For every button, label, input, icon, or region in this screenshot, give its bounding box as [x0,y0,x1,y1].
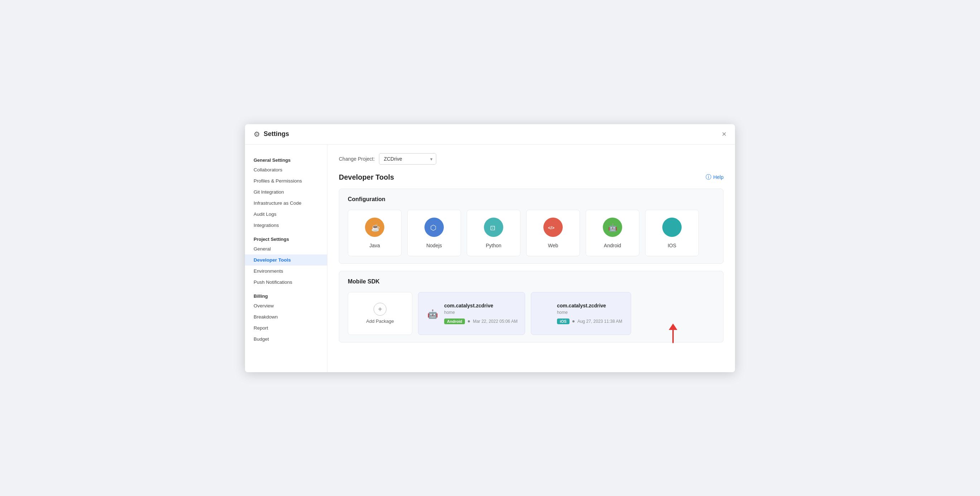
sidebar-item-overview[interactable]: Overview [245,300,327,311]
python-icon: ⊡ [484,217,503,237]
config-item-web[interactable]: </> Web [526,210,580,256]
top-bar: Change Project: ZCDrive Project A Projec… [339,153,724,165]
sidebar-item-report[interactable]: Report [245,322,327,334]
svg-text:☕: ☕ [371,223,380,232]
configuration-card: Configuration ☕ Java ⬡ Nodejs [339,189,724,264]
ios-dot [573,320,574,322]
sidebar-item-developer-tools[interactable]: Developer Tools [245,254,327,266]
config-label-java: Java [369,242,380,248]
web-icon: </> [543,217,563,237]
sidebar-item-profiles-permissions[interactable]: Profiles & Permissions [245,175,327,187]
config-item-java[interactable]: ☕ Java [348,210,401,256]
ios-sdk-info: com.catalyst.zcdrive home iOS Aug 27, 20… [557,303,622,324]
add-package-button[interactable]: + Add Package [348,292,412,335]
close-button[interactable]: × [722,130,726,138]
sidebar-section-general-settings: General Settings [245,155,327,164]
sidebar-section-billing: Billing [245,291,327,300]
android-badge: Android [444,319,465,324]
android-icon: 🤖 [603,217,622,237]
sidebar-item-integrations[interactable]: Integrations [245,220,327,231]
modal-header-left: ⚙ Settings [254,130,289,138]
svg-marker-7 [669,323,677,330]
sidebar-item-breakdown[interactable]: Breakdown [245,311,327,322]
sidebar: General Settings Collaborators Profiles … [245,144,328,372]
svg-text:🤖: 🤖 [608,223,617,232]
ios-sdk-sub: home [557,310,622,315]
up-arrow-svg [666,323,680,344]
sdk-grid: + Add Package 🤖 com.catalyst.zcdrive hom… [348,292,714,335]
sdk-card-ios[interactable]: com.catalyst.zcdrive home iOS Aug 27, 20… [531,292,631,335]
sidebar-item-infrastructure-as-code[interactable]: Infrastructure as Code [245,198,327,209]
change-project-label: Change Project: [339,156,375,162]
mobile-sdk-card: Mobile SDK + Add Package 🤖 com.catalyst.… [339,271,724,342]
config-item-nodejs[interactable]: ⬡ Nodejs [407,210,461,256]
sidebar-item-environments[interactable]: Environments [245,266,327,277]
help-circle-icon: ⓘ [706,174,711,181]
settings-modal: ⚙ Settings × General Settings Collaborat… [245,124,735,372]
android-sdk-icon: 🤖 [426,307,439,320]
sidebar-item-git-integration[interactable]: Git Integration [245,187,327,198]
sidebar-item-general[interactable]: General [245,243,327,254]
help-link-label: Help [713,174,724,180]
settings-icon: ⚙ [254,130,260,138]
project-select[interactable]: ZCDrive Project A Project B [379,153,436,165]
svg-text:🤖: 🤖 [427,309,438,319]
modal-title: Settings [264,130,289,138]
android-dot [468,320,470,322]
config-label-ios: IOS [668,242,676,248]
svg-text:</>: </> [548,225,554,230]
android-sdk-sub: home [444,310,517,315]
add-package-label: Add Package [366,319,394,324]
sidebar-section-project-settings: Project Settings [245,234,327,243]
sdk-card-android[interactable]: 🤖 com.catalyst.zcdrive home Android Mar … [418,292,525,335]
section-header: Developer Tools ⓘ Help [339,173,724,181]
modal-body: General Settings Collaborators Profiles … [245,144,735,372]
config-label-python: Python [486,242,501,248]
svg-text:⬡: ⬡ [430,223,436,231]
sidebar-item-push-notifications[interactable]: Push Notifications [245,277,327,288]
config-label-web: Web [548,242,558,248]
ios-sdk-meta: iOS Aug 27, 2023 11:38 AM [557,319,622,324]
java-icon: ☕ [365,217,384,237]
sidebar-item-budget[interactable]: Budget [245,334,327,345]
ios-icon [662,217,682,237]
ios-date: Aug 27, 2023 11:38 AM [578,319,622,324]
main-content: Change Project: ZCDrive Project A Projec… [328,144,735,372]
ios-sdk-name: com.catalyst.zcdrive [557,303,622,309]
help-link[interactable]: ⓘ Help [706,174,724,181]
svg-text:⊡: ⊡ [490,224,495,231]
ios-sdk-icon [538,307,552,320]
ios-badge: iOS [557,319,570,324]
project-select-wrapper: ZCDrive Project A Project B [379,153,436,165]
config-item-python[interactable]: ⊡ Python [467,210,520,256]
nodejs-icon: ⬡ [425,217,444,237]
configuration-title: Configuration [348,196,714,203]
config-label-android: Android [604,242,621,248]
config-item-ios[interactable]: IOS [645,210,699,256]
add-icon: + [374,303,387,315]
config-item-android[interactable]: 🤖 Android [585,210,640,256]
config-grid: ☕ Java ⬡ Nodejs ⊡ Python [348,210,714,256]
arrow-indicator [666,323,680,346]
sidebar-item-collaborators[interactable]: Collaborators [245,164,327,175]
config-label-nodejs: Nodejs [426,242,442,248]
page-title: Developer Tools [339,173,394,181]
sidebar-item-audit-logs[interactable]: Audit Logs [245,209,327,220]
android-sdk-info: com.catalyst.zcdrive home Android Mar 22… [444,303,517,324]
mobile-sdk-title: Mobile SDK [348,279,714,285]
modal-header: ⚙ Settings × [245,124,735,144]
android-date: Mar 22, 2022 05:06 AM [473,319,517,324]
android-sdk-name: com.catalyst.zcdrive [444,303,517,309]
android-sdk-meta: Android Mar 22, 2022 05:06 AM [444,319,517,324]
